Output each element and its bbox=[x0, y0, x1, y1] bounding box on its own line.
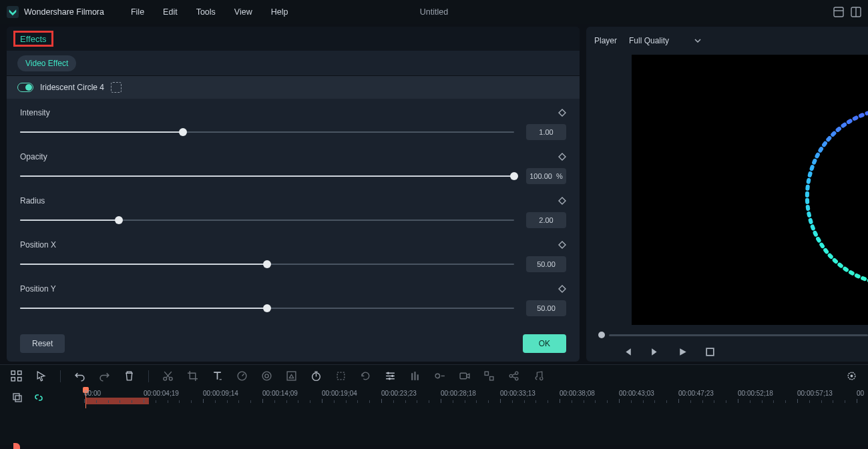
ruler-label: 00:00:14;09 bbox=[262, 390, 298, 397]
ruler-label: 00:00:28;18 bbox=[441, 390, 476, 397]
tabs-row: Effects bbox=[7, 27, 580, 51]
posx-slider[interactable] bbox=[20, 259, 514, 270]
svg-rect-24 bbox=[417, 374, 419, 380]
svg-rect-8 bbox=[18, 371, 21, 374]
play-forward-icon[interactable] bbox=[650, 346, 661, 358]
ruler-label: 00:00:09;14 bbox=[203, 390, 238, 397]
redo-icon[interactable] bbox=[99, 370, 110, 382]
posy-slider[interactable] bbox=[20, 303, 514, 314]
delete-icon[interactable] bbox=[124, 370, 135, 382]
opacity-value[interactable]: 100.00 % bbox=[526, 168, 566, 184]
refresh-icon[interactable] bbox=[360, 370, 371, 382]
video-clip[interactable] bbox=[13, 443, 20, 449]
annotation-arrow bbox=[0, 445, 868, 449]
timeline-ruler[interactable]: 00:0000:00:04;1900:00:09;1400:00:14;0900… bbox=[72, 387, 868, 408]
menu-tools[interactable]: Tools bbox=[196, 7, 216, 17]
sliders-body: Intensity 1.00 Opacity bbox=[7, 99, 580, 326]
effect-header: Iridescent Circle 4 bbox=[7, 76, 580, 99]
effect-enable-toggle[interactable] bbox=[17, 83, 33, 92]
svg-point-19 bbox=[387, 372, 389, 374]
clip-region bbox=[85, 398, 149, 404]
posy-value[interactable]: 50.00 bbox=[526, 300, 566, 316]
cursor-icon[interactable] bbox=[35, 370, 47, 382]
menu-file[interactable]: File bbox=[131, 7, 144, 17]
menu-help[interactable]: Help bbox=[271, 7, 288, 17]
link-icon[interactable] bbox=[483, 370, 495, 382]
preview-content-icon bbox=[632, 55, 868, 325]
svg-rect-16 bbox=[287, 372, 296, 380]
scrub-handle[interactable] bbox=[598, 332, 605, 338]
intensity-slider[interactable] bbox=[20, 127, 514, 137]
color-icon[interactable] bbox=[261, 370, 272, 382]
ruler-label: 00 bbox=[857, 390, 864, 397]
share-icon[interactable] bbox=[508, 370, 519, 382]
cut-icon[interactable] bbox=[162, 370, 174, 382]
stop-icon[interactable] bbox=[704, 346, 716, 358]
svg-point-31 bbox=[515, 378, 518, 380]
transport-controls bbox=[594, 341, 868, 358]
keyframe-icon[interactable] bbox=[558, 109, 566, 117]
scrub-track[interactable] bbox=[609, 334, 868, 336]
menu-view[interactable]: View bbox=[234, 7, 252, 17]
svg-rect-0 bbox=[7, 6, 19, 18]
svg-rect-26 bbox=[460, 373, 467, 379]
music-icon[interactable] bbox=[533, 370, 544, 382]
video-preview[interactable] bbox=[632, 55, 868, 325]
posx-value[interactable]: 50.00 bbox=[526, 256, 566, 272]
svg-rect-18 bbox=[337, 372, 345, 380]
document-title: Untitled bbox=[420, 7, 448, 17]
timeline-toolbar bbox=[0, 364, 868, 387]
panels-icon[interactable] bbox=[851, 7, 861, 17]
settings-slider-icon[interactable] bbox=[385, 370, 396, 382]
green-screen-icon[interactable] bbox=[286, 370, 297, 382]
play-icon[interactable] bbox=[677, 346, 688, 358]
opacity-slider[interactable] bbox=[20, 171, 514, 181]
crop-icon[interactable] bbox=[187, 370, 198, 382]
prev-frame-icon[interactable] bbox=[622, 346, 634, 358]
ok-button[interactable]: OK bbox=[523, 334, 566, 353]
keyframe-icon[interactable] bbox=[558, 285, 566, 293]
audio-mixer-icon[interactable] bbox=[409, 370, 421, 382]
svg-point-20 bbox=[391, 375, 393, 377]
subtab-video-effect[interactable]: Video Effect bbox=[17, 55, 76, 71]
voiceover-icon[interactable] bbox=[434, 370, 445, 382]
player-label: Player bbox=[594, 36, 617, 45]
ruler-label: 00:00:43;03 bbox=[619, 390, 654, 397]
radius-label: Radius bbox=[20, 196, 45, 205]
radius-slider[interactable] bbox=[20, 215, 514, 226]
ruler-label: 00:00:33;13 bbox=[500, 390, 535, 397]
stopwatch-icon[interactable] bbox=[310, 370, 322, 382]
svg-point-15 bbox=[265, 374, 268, 378]
ruler-label: 00:00:38;08 bbox=[560, 390, 595, 397]
duplicate-icon[interactable] bbox=[12, 392, 23, 403]
speed-icon[interactable] bbox=[236, 370, 248, 382]
svg-point-25 bbox=[435, 374, 439, 378]
svg-point-5 bbox=[807, 109, 868, 284]
text-icon[interactable] bbox=[212, 370, 223, 382]
keyframe-icon[interactable] bbox=[558, 241, 566, 249]
svg-rect-6 bbox=[706, 348, 714, 356]
radius-value[interactable]: 2.00 bbox=[526, 212, 566, 228]
reset-button[interactable]: Reset bbox=[20, 334, 65, 353]
chevron-down-icon bbox=[694, 37, 701, 44]
keyframe-icon[interactable] bbox=[558, 197, 566, 205]
ruler-label: 00:00:57;13 bbox=[797, 390, 833, 397]
marker-icon[interactable] bbox=[335, 370, 347, 382]
keyframe-icon[interactable] bbox=[558, 153, 566, 161]
expand-icon[interactable] bbox=[111, 82, 122, 93]
link-tracks-icon[interactable] bbox=[33, 392, 44, 403]
svg-rect-10 bbox=[18, 378, 21, 381]
undo-icon[interactable] bbox=[74, 370, 85, 382]
quality-dropdown[interactable]: Full Quality bbox=[629, 36, 701, 45]
record-icon[interactable] bbox=[459, 370, 470, 382]
layout-icon[interactable] bbox=[833, 7, 844, 17]
gear-icon[interactable] bbox=[846, 370, 857, 382]
timeline-tracks[interactable] bbox=[0, 408, 868, 445]
ruler-label: 00:00:47;23 bbox=[678, 390, 714, 397]
intensity-value[interactable]: 1.00 bbox=[526, 124, 566, 140]
grid-icon[interactable] bbox=[11, 370, 22, 382]
menu-edit[interactable]: Edit bbox=[163, 7, 178, 17]
svg-rect-7 bbox=[11, 371, 15, 374]
svg-rect-34 bbox=[13, 394, 19, 400]
svg-rect-9 bbox=[11, 378, 15, 381]
